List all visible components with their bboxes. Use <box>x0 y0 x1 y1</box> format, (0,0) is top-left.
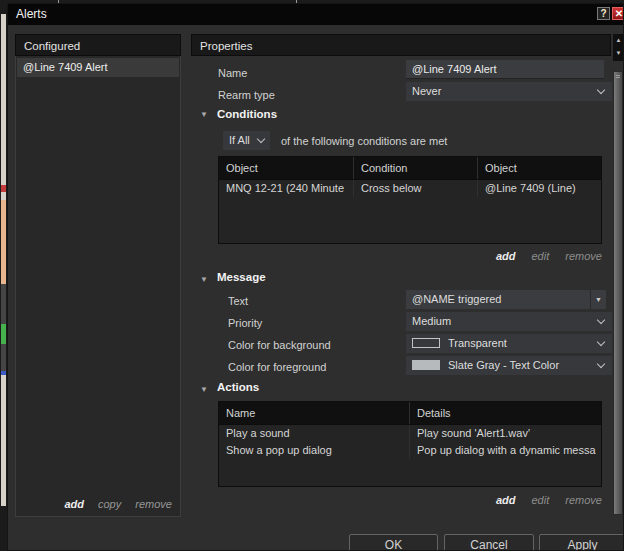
actions-collapse-icon[interactable]: ▼ <box>200 385 208 394</box>
condition-match-select[interactable]: If All <box>223 131 270 150</box>
configured-header: Configured <box>15 34 181 56</box>
action-name-cell: Play a sound <box>219 425 410 442</box>
actions-table-header: Name Details <box>219 402 601 425</box>
conditions-table[interactable]: Object Condition Object MNQ 12-21 (240 M… <box>218 156 602 244</box>
condition-operator-cell: Cross below <box>354 180 478 197</box>
message-text-label: Text <box>228 295 248 307</box>
rearm-type-label: Rearm type <box>218 89 275 101</box>
action-details-cell: Pop up dialog with a dynamic messa <box>410 442 601 459</box>
scroll-up-icon[interactable]: ▲ <box>613 34 624 47</box>
background-color-select[interactable]: Transparent <box>406 334 612 353</box>
priority-label: Priority <box>228 317 262 329</box>
chevron-down-icon <box>597 338 605 346</box>
alert-list-item[interactable]: @Line 7409 Alert <box>17 58 179 77</box>
condition-match-value: If All <box>229 134 250 146</box>
toolbar-dark-segment <box>1 284 6 324</box>
properties-header: Properties <box>191 34 611 56</box>
screen: Alerts ? ✕ @Line 7409 Alert add copy rem… <box>0 0 624 551</box>
toolbar-green-segment <box>1 324 6 344</box>
conditions-collapse-icon[interactable]: ▼ <box>200 110 208 119</box>
foreground-color-swatch <box>412 360 440 370</box>
help-button[interactable]: ? <box>597 7 610 20</box>
message-text-value: @NAME triggered <box>412 293 501 305</box>
scroll-buttons: ▲ ▼ <box>613 34 624 61</box>
actions-remove-link[interactable]: remove <box>565 494 602 506</box>
priority-select[interactable]: Medium <box>406 312 612 331</box>
conditions-add-link[interactable]: add <box>496 250 516 262</box>
close-button[interactable]: ✕ <box>612 7 624 20</box>
actions-links: add edit remove <box>218 494 602 506</box>
condition-row[interactable]: MNQ 12-21 (240 Minute Cross below @Line … <box>219 180 601 197</box>
rearm-type-value: Never <box>412 85 441 97</box>
column-header[interactable]: Name <box>219 402 410 424</box>
cancel-button[interactable]: Cancel <box>444 534 534 551</box>
action-name-cell: Show a pop up dialog <box>219 442 410 459</box>
chevron-down-icon <box>597 360 605 368</box>
chevron-down-icon <box>597 316 605 324</box>
toolbar-blue-segment <box>1 371 6 375</box>
action-details-cell: Play sound 'Alert1.wav' <box>410 425 601 442</box>
alerts-dialog: Alerts ? ✕ @Line 7409 Alert add copy rem… <box>7 3 624 551</box>
action-row[interactable]: Play a sound Play sound 'Alert1.wav' <box>219 425 601 442</box>
condition-match-suffix: of the following conditions are met <box>281 135 447 147</box>
column-header[interactable]: Details <box>410 402 601 424</box>
actions-add-link[interactable]: add <box>496 494 516 506</box>
rearm-type-select[interactable]: Never <box>406 82 612 101</box>
conditions-section-title: Conditions <box>217 108 277 120</box>
configured-links: add copy remove <box>53 498 172 510</box>
configured-remove-link[interactable]: remove <box>135 498 172 510</box>
background-color-value: Transparent <box>448 337 507 349</box>
priority-value: Medium <box>412 315 451 327</box>
conditions-remove-link[interactable]: remove <box>565 250 602 262</box>
column-header[interactable]: Object <box>478 157 601 179</box>
column-header[interactable]: Object <box>219 157 354 179</box>
toolbar-red-segment <box>1 185 6 192</box>
chevron-down-icon <box>257 135 265 143</box>
chevron-down-icon <box>597 86 605 94</box>
configured-copy-link[interactable]: copy <box>98 498 121 510</box>
combo-arrow-icon[interactable]: ▼ <box>590 290 606 309</box>
message-text-combo[interactable]: @NAME triggered ▼ <box>406 290 606 309</box>
dialog-title: Alerts <box>16 7 47 21</box>
actions-edit-link[interactable]: edit <box>532 494 550 506</box>
action-row[interactable]: Show a pop up dialog Pop up dialog with … <box>219 442 601 459</box>
name-input[interactable]: @Line 7409 Alert <box>406 60 604 79</box>
foreground-color-value: Slate Gray - Text Color <box>448 359 559 371</box>
title-bar[interactable]: Alerts ? ✕ <box>8 4 623 25</box>
foreground-color-select[interactable]: Slate Gray - Text Color <box>406 356 612 375</box>
foreground-color-label: Color for foreground <box>228 361 326 373</box>
conditions-links: add edit remove <box>218 250 602 262</box>
message-section-title: Message <box>217 271 266 283</box>
name-label: Name <box>218 67 247 79</box>
toolbar-peach-segment <box>1 200 6 284</box>
scroll-down-icon[interactable]: ▼ <box>613 47 624 60</box>
toolbar-dark-segment <box>1 344 6 371</box>
condition-object-cell: @Line 7409 (Line) <box>478 180 601 197</box>
condition-object-cell: MNQ 12-21 (240 Minute <box>219 180 354 197</box>
configured-add-link[interactable]: add <box>64 498 84 510</box>
configured-panel: @Line 7409 Alert add copy remove <box>15 34 181 517</box>
conditions-edit-link[interactable]: edit <box>532 250 550 262</box>
actions-section-title: Actions <box>217 381 259 393</box>
background-color-label: Color for background <box>228 339 331 351</box>
column-header[interactable]: Condition <box>354 157 478 179</box>
message-collapse-icon[interactable]: ▼ <box>200 275 208 284</box>
actions-table[interactable]: Name Details Play a sound Play sound 'Al… <box>218 401 602 487</box>
scrollbar-thumb[interactable] <box>613 71 623 515</box>
ok-button[interactable]: OK <box>349 534 438 551</box>
background-color-swatch <box>412 338 440 348</box>
apply-button[interactable]: Apply <box>539 534 624 551</box>
conditions-table-header: Object Condition Object <box>219 157 601 180</box>
background-app-toolbar <box>1 14 6 506</box>
